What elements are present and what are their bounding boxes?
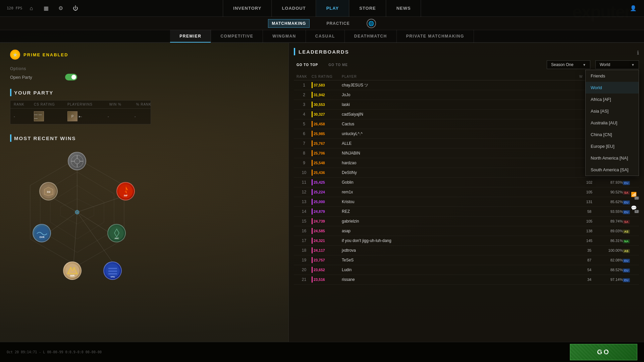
wins-cell: 34 <box>579 278 599 282</box>
region-dropdown-label: World <box>600 62 610 67</box>
settings-icon[interactable]: ⚙ <box>57 4 65 12</box>
party-row: - — — — P ▸ - - - <box>10 109 151 124</box>
info-icon[interactable]: ℹ <box>637 50 639 56</box>
leaderboard-header: LEADERBOARDS <box>294 48 639 55</box>
nav-news[interactable]: NEWS <box>386 0 421 17</box>
rank-cell: 1 <box>297 83 312 87</box>
player-cell: Ludin <box>342 267 579 272</box>
go-button[interactable]: GO <box>570 344 637 360</box>
rating-cell: 25,985 <box>312 131 342 137</box>
region-option-asia[interactable]: Asia [AS] <box>586 105 639 117</box>
player-cell: Cactus <box>342 122 579 126</box>
main-content: ★ PRIME ENABLED Options Open Party YOUR … <box>0 43 644 342</box>
region-badge: AS <box>623 230 630 234</box>
table-row: 16 24,585 asap 138 89.03% AS <box>294 226 639 236</box>
rating-cell: 24,117 <box>312 247 342 253</box>
nav-play[interactable]: PLAY <box>316 0 349 17</box>
mirage-image: MIR <box>63 261 82 280</box>
rating-cell: 25,706 <box>312 150 342 156</box>
lb-goto-me[interactable]: GO TO ME <box>326 62 351 68</box>
open-party-row: Open Party <box>10 74 77 80</box>
subnav-practice[interactable]: PRACTICE <box>323 19 353 27</box>
map-icon-dust2[interactable]: D2 <box>39 182 58 200</box>
chat-icon[interactable]: 💬 12 <box>628 202 639 213</box>
profile-icon[interactable]: 👤 <box>629 4 637 12</box>
sub-navigation: MATCHMAKING PRACTICE 🌐 <box>0 17 644 30</box>
rank-cell: 15 <box>297 219 312 224</box>
party-section: YOUR PARTY Rank CS Rating Player Wins Wi… <box>10 89 278 124</box>
tab-wingman[interactable]: WINGMAN <box>263 30 306 43</box>
tab-competitive[interactable]: COMPETITIVE <box>211 30 263 43</box>
rating-cell: 23,652 <box>312 267 342 273</box>
nav-inventory[interactable]: INVENTORY <box>223 0 272 17</box>
rating-bar <box>312 199 313 205</box>
party-col-rating: CS Rating <box>34 103 67 106</box>
region-cell: SA <box>623 218 636 224</box>
region-option-friends[interactable]: Friends <box>586 70 639 82</box>
region-option-china[interactable]: China [CN] <box>586 129 639 140</box>
region-option-europe[interactable]: Europe [EU] <box>586 140 639 152</box>
home-icon[interactable]: ⌂ <box>27 4 35 12</box>
region-cell: EU <box>623 267 636 273</box>
rating-bar <box>312 228 313 234</box>
rating-value: 24,739 <box>314 219 325 223</box>
table-row: 21 23,516 rissane 34 97.14% EU <box>294 275 639 285</box>
rank-cell: 11 <box>297 180 312 185</box>
map-icon-mirage[interactable]: MIR <box>63 261 82 280</box>
lb-th-player: Player <box>342 75 579 78</box>
rating-cell: 25,224 <box>312 189 342 195</box>
player-cell: laski <box>342 102 579 107</box>
region-option-world[interactable]: World <box>586 82 639 94</box>
mode-tabs: PREMIER COMPETITIVE WINGMAN CASUAL DEATH… <box>0 30 644 43</box>
power-icon[interactable]: ⏻ <box>71 4 79 12</box>
region-option-africa[interactable]: Africa [AF] <box>586 94 639 105</box>
player-cell: REZ <box>342 209 579 214</box>
rating-value: 31,942 <box>314 93 325 97</box>
nav-loadout[interactable]: LOADOUT <box>272 0 316 17</box>
svg-point-13 <box>74 159 80 164</box>
open-party-toggle[interactable] <box>65 74 77 80</box>
player-avatar: — — — <box>34 111 44 121</box>
winpct-cell: 100.00% <box>599 248 623 252</box>
region-badge: AS <box>623 249 630 253</box>
side-icons: 📶 20 💬 12 <box>628 189 639 213</box>
player-cell: NINJABIN <box>342 151 579 156</box>
map-icon-ancient[interactable]: ANC <box>107 224 126 242</box>
season-dropdown[interactable]: Season One ▼ <box>547 60 590 69</box>
tab-casual[interactable]: CASUAL <box>306 30 345 43</box>
map-icon-overpass[interactable]: OVR <box>33 224 51 242</box>
winpct-cell: 88.52% <box>599 268 623 272</box>
map-icon-nuke[interactable] <box>68 152 86 170</box>
tab-deathmatch[interactable]: DEATHMATCH <box>345 30 397 43</box>
leaderboard-title: LEADERBOARDS <box>299 49 349 55</box>
subnav-matchmaking[interactable]: MATCHMAKING <box>268 19 310 28</box>
map-icon-vertigo[interactable]: VTG <box>103 261 122 280</box>
wifi-icon[interactable]: 📶 20 <box>628 189 639 200</box>
rating-bar <box>312 150 313 156</box>
tab-private-matchmaking[interactable]: PRIVATE MATCHMAKING <box>397 30 474 43</box>
rank-cell: 2 <box>297 93 312 97</box>
region-option-australia[interactable]: Australia [AU] <box>586 117 639 129</box>
winpct-cell: 97.14% <box>599 278 623 282</box>
player-cell: ALLE <box>342 141 579 146</box>
region-badge: NA <box>623 239 630 243</box>
table-row: 19 23,757 TeSeS 87 82.08% EU <box>294 255 639 265</box>
lb-goto-top[interactable]: GO TO TOP <box>294 62 321 68</box>
player-cell: Kristou <box>342 199 579 204</box>
wins-accent <box>10 134 11 142</box>
region-option-sa[interactable]: South America [SA] <box>586 164 639 176</box>
region-option-na[interactable]: North America [NA] <box>586 152 639 164</box>
svg-rect-31 <box>108 270 117 272</box>
rating-cell: 25,425 <box>312 179 342 185</box>
tab-premier[interactable]: PREMIER <box>170 30 211 43</box>
missions-icon[interactable]: ▦ <box>42 4 50 12</box>
rank-cell: 7 <box>297 141 312 146</box>
player-cell: unluckyL^.^ <box>342 131 579 136</box>
map-icon-inferno[interactable]: INF <box>116 182 135 200</box>
rating-cell: 24,585 <box>312 228 342 234</box>
region-dropdown[interactable]: World ▼ <box>595 60 639 69</box>
nav-store[interactable]: STORE <box>349 0 386 17</box>
table-row: 15 24,739 gabrielzin 105 89.74% SA <box>294 217 639 226</box>
svg-text:INF: INF <box>124 194 128 197</box>
globe-icon[interactable]: 🌐 <box>367 19 376 28</box>
